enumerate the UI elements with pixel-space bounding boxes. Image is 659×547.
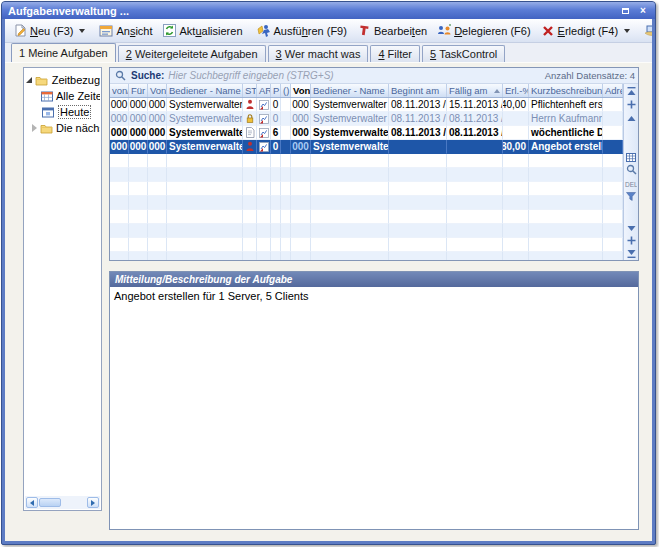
tab-filter[interactable]: 4 Filter xyxy=(370,45,420,62)
grid-cell[interactable] xyxy=(389,140,447,154)
grid-cell[interactable] xyxy=(281,168,291,182)
grid-cell[interactable]: 0 xyxy=(271,98,281,112)
grid-cell[interactable] xyxy=(529,210,603,224)
done-button[interactable]: Erledigt (F4) xyxy=(536,22,636,39)
grid-cell[interactable]: 000 xyxy=(129,140,148,154)
grid-cell[interactable] xyxy=(447,154,503,168)
grid-cell[interactable] xyxy=(281,252,291,260)
grid-cell[interactable] xyxy=(311,196,389,210)
grid-cell[interactable] xyxy=(148,168,167,182)
empty-row[interactable] xyxy=(110,224,623,238)
grid-cell[interactable] xyxy=(291,210,311,224)
grid-cell[interactable] xyxy=(271,252,281,260)
grid-cell[interactable] xyxy=(447,252,503,260)
grid-cell[interactable] xyxy=(129,224,148,238)
grid-cell[interactable] xyxy=(129,252,148,260)
grid-cell[interactable] xyxy=(243,224,257,238)
grid-cell[interactable] xyxy=(243,112,257,126)
empty-row[interactable] xyxy=(110,252,623,260)
grid-cell[interactable] xyxy=(129,182,148,196)
grid-cell[interactable] xyxy=(110,182,129,196)
grid-cell[interactable] xyxy=(529,154,603,168)
description-text[interactable]: Angebot erstellen für 1 Server, 5 Client… xyxy=(110,287,638,529)
grid-cell[interactable] xyxy=(447,196,503,210)
grid-cell[interactable] xyxy=(271,210,281,224)
column-header-st[interactable]: ST xyxy=(243,84,257,97)
grid-cell[interactable] xyxy=(389,252,447,260)
grid-cell[interactable] xyxy=(447,210,503,224)
task-row[interactable]: 000000000Systemverwalter6000Systemverwal… xyxy=(110,126,623,140)
close-button[interactable]: × xyxy=(636,5,650,17)
tab-taskcontrol[interactable]: 5 TaskControl xyxy=(422,45,505,62)
grid-cell[interactable] xyxy=(243,154,257,168)
grid-cell[interactable]: 40,00 xyxy=(503,98,529,112)
grid-cell[interactable] xyxy=(389,168,447,182)
grid-cell[interactable]: 15.11.2013 /Fr xyxy=(447,98,503,112)
grid-cell[interactable] xyxy=(243,238,257,252)
grid-cell[interactable]: Herrn Kaufmann anrufen xyxy=(529,112,603,126)
grid-cell[interactable]: 000 xyxy=(148,112,167,126)
grid-cell[interactable] xyxy=(110,168,129,182)
grid-cell[interactable] xyxy=(389,224,447,238)
grid-cell[interactable] xyxy=(243,168,257,182)
tab-meine-aufgaben[interactable]: 1 Meine Aufgaben xyxy=(11,43,116,62)
grid-cell[interactable] xyxy=(311,238,389,252)
column-header-erl-[interactable]: Erl.-% xyxy=(503,84,529,97)
empty-row[interactable] xyxy=(110,210,623,224)
grid-cell[interactable] xyxy=(291,196,311,210)
grid-cell[interactable] xyxy=(167,238,243,252)
grid-cell[interactable]: 000 xyxy=(291,98,311,112)
column-header-von[interactable]: Von xyxy=(291,84,311,97)
view-button[interactable]: Ansicht xyxy=(94,22,157,39)
grid-cell[interactable] xyxy=(389,196,447,210)
column-header-von-[interactable]: von/ xyxy=(110,84,129,97)
column-header-f-llig-am[interactable]: Fällig am xyxy=(447,84,503,97)
grid-cell[interactable] xyxy=(291,238,311,252)
scroll-thumb[interactable] xyxy=(39,498,61,507)
grid-cell[interactable]: 08.11.2013 /Fr xyxy=(447,126,503,140)
grid-cell[interactable] xyxy=(281,140,291,154)
grid-cell[interactable] xyxy=(389,210,447,224)
grid-cell[interactable] xyxy=(243,252,257,260)
grid-cell[interactable] xyxy=(243,98,257,112)
grid-cell[interactable] xyxy=(447,182,503,196)
grid-cell[interactable] xyxy=(311,210,389,224)
grid-cell[interactable]: 000 xyxy=(148,126,167,140)
grid-cell[interactable] xyxy=(291,182,311,196)
grid-cell[interactable] xyxy=(257,112,271,126)
grid-cell[interactable] xyxy=(148,154,167,168)
grid-cell[interactable] xyxy=(281,126,291,140)
grid-cell[interactable] xyxy=(110,238,129,252)
column-header-bediener-name[interactable]: Bediener - Name xyxy=(311,84,389,97)
grid-cell[interactable] xyxy=(243,126,257,140)
grid-cell[interactable]: 08.11.2013 /Fr xyxy=(389,112,447,126)
dropdown-arrow-icon[interactable] xyxy=(624,29,630,33)
grid-cell[interactable] xyxy=(603,168,623,182)
grid-cell[interactable] xyxy=(257,252,271,260)
dropdown-arrow-icon[interactable] xyxy=(79,29,85,33)
grid-cell[interactable] xyxy=(603,154,623,168)
grid-cell[interactable] xyxy=(503,252,529,260)
column-header-ar[interactable]: AR xyxy=(257,84,271,97)
grid-cell[interactable] xyxy=(447,238,503,252)
grid-cell[interactable] xyxy=(167,252,243,260)
column-header-adres[interactable]: Adres xyxy=(603,84,623,97)
filter-button[interactable] xyxy=(626,191,637,201)
grid-cell[interactable] xyxy=(257,182,271,196)
empty-row[interactable] xyxy=(110,182,623,196)
grid-cell[interactable] xyxy=(167,224,243,238)
empty-row[interactable] xyxy=(110,168,623,182)
grid-cell[interactable]: 000 xyxy=(110,112,129,126)
grid-cell[interactable] xyxy=(281,210,291,224)
grid-cell[interactable]: 000 xyxy=(291,112,311,126)
column-header-von[interactable]: Von xyxy=(148,84,167,97)
grid-cell[interactable] xyxy=(129,238,148,252)
grid-cell[interactable]: 6 xyxy=(271,126,281,140)
grid-cell[interactable] xyxy=(148,210,167,224)
grid-cell[interactable]: 80,00 xyxy=(503,140,529,154)
grid-cell[interactable] xyxy=(281,196,291,210)
grid-cell[interactable] xyxy=(148,238,167,252)
grid-cell[interactable]: 000 xyxy=(129,126,148,140)
grid-cell[interactable] xyxy=(129,196,148,210)
grid-cell[interactable] xyxy=(129,210,148,224)
